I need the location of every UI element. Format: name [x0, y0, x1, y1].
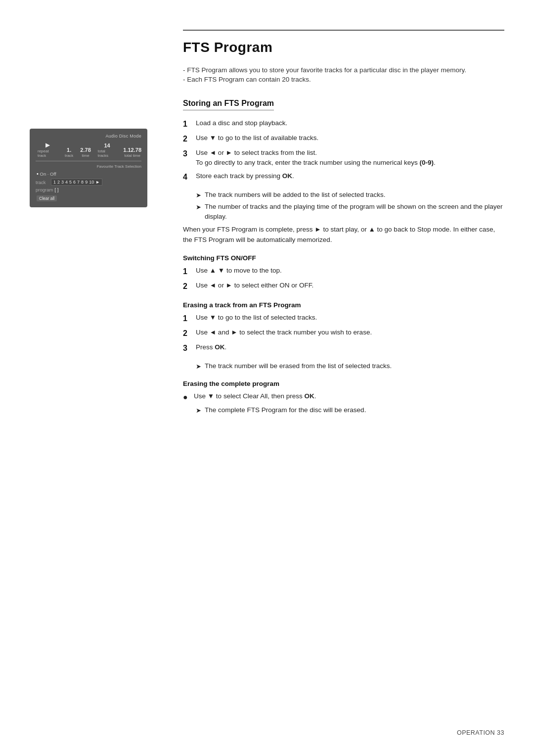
track-num-7: 7 — [77, 180, 80, 185]
right-column: FTS Program FTS Program allows you to st… — [168, 30, 504, 726]
step-num-3: 3 — [183, 148, 196, 168]
screen-program-value: [ ] — [54, 187, 58, 192]
intro-item-1: FTS Program allows you to store your fav… — [183, 66, 504, 74]
top-rule — [183, 30, 504, 31]
screen-program-row: program [ ] — [36, 187, 141, 192]
page-footer: OPERATION 33 — [457, 729, 504, 736]
storing-paragraph: When your FTS Program is complete, press… — [183, 224, 504, 245]
storing-arrow-2-text: The number of tracks and the playing tim… — [205, 202, 504, 222]
screen-time-col: 2.78 time — [80, 147, 90, 158]
storing-arrow-1-text: The track numbers will be added to the l… — [205, 190, 385, 200]
track-num-1: 1 — [53, 180, 56, 185]
step-num-2: 2 — [183, 133, 196, 145]
screen-time-val: 2.78 — [80, 147, 90, 153]
step-content-4: Store each track by pressing OK. — [196, 171, 504, 183]
screen-total-time-val: 1.12.78 — [123, 147, 141, 153]
step-content-1: Load a disc and stop playback. — [196, 118, 504, 130]
erasing-track-step-num-1: 1 — [183, 313, 196, 325]
step-num-1: 1 — [183, 118, 196, 130]
switching-step-num-2: 2 — [183, 281, 196, 292]
intro-item-2: Each FTS Program can contain 20 tracks. — [183, 76, 504, 83]
switching-step-content-1: Use ▲ ▼ to move to the top. — [196, 266, 504, 278]
screen-track-lbl: track — [65, 153, 73, 158]
screen-top-row: ▶ repeat track 1. track 2.78 time 14 tot… — [36, 142, 141, 158]
track-num-10: 10 — [89, 180, 94, 185]
track-num-2: 2 — [57, 180, 60, 185]
step-content-3: Use ◄ or ► to select tracks from the lis… — [196, 148, 504, 168]
erasing-track-step-content-3: Press OK. — [196, 342, 504, 354]
screen-repeat-lbl: repeat track — [38, 149, 58, 158]
erasing-program-section: Erasing the complete program ● Use ▼ to … — [183, 380, 504, 416]
page-title: FTS Program — [183, 40, 504, 55]
erasing-program-arrow-symbol: ➤ — [196, 405, 205, 416]
switching-step-2: 2 Use ◄ or ► to select either ON or OFF. — [183, 281, 504, 292]
storing-arrow-1: ➤ The track numbers will be added to the… — [183, 190, 504, 200]
screen-track-row: track 1 2 3 4 5 6 7 8 9 10 ► — [36, 179, 141, 186]
step-3-sub: To go directly to any track, enter the t… — [196, 159, 436, 166]
erasing-track-arrow: ➤ The track number will be erased from t… — [183, 361, 504, 372]
erasing-track-step-2: 2 Use ◄ and ► to select the track number… — [183, 328, 504, 339]
erasing-track-step-content-1: Use ▼ to go to the list of selected trac… — [196, 313, 504, 325]
erasing-track-step-content-2: Use ◄ and ► to select the track number y… — [196, 328, 504, 339]
screen-total-time-col: 1.12.78 total time — [123, 147, 141, 158]
track-num-5: 5 — [69, 180, 72, 185]
storing-step-1: 1 Load a disc and stop playback. — [183, 118, 504, 130]
on-dot: • — [37, 171, 39, 177]
screen-clear-btn: Clear all — [37, 195, 57, 201]
erasing-track-step-1: 1 Use ▼ to go to the list of selected tr… — [183, 313, 504, 325]
step-num-4: 4 — [183, 171, 196, 183]
screen-track-row-label: track — [36, 180, 49, 185]
storing-step-4: 4 Store each track by pressing OK. — [183, 171, 504, 183]
storing-section-title: Storing an FTS Program — [183, 99, 274, 110]
screen-track-col: 1. track — [65, 147, 73, 158]
switching-steps-list: 1 Use ▲ ▼ to move to the top. 2 Use ◄ or… — [183, 266, 504, 292]
circle-symbol: ● — [183, 391, 194, 403]
screen-on-off: • On · Off — [36, 171, 141, 177]
screen-mock: Audio Disc Mode ▶ repeat track 1. track … — [30, 129, 147, 207]
erasing-program-arrow-text: The complete FTS Program for the disc wi… — [205, 405, 366, 415]
switching-step-1: 1 Use ▲ ▼ to move to the top. — [183, 266, 504, 278]
erasing-track-steps-list: 1 Use ▼ to go to the list of selected tr… — [183, 313, 504, 354]
screen-divider-1 — [36, 161, 141, 161]
screen-total-time-lbl: total time — [124, 153, 140, 158]
intro-list: FTS Program allows you to store your fav… — [183, 66, 504, 83]
screen-top-label: Audio Disc Mode — [36, 134, 141, 139]
storing-steps-list: 1 Load a disc and stop playback. 2 Use ▼… — [183, 118, 504, 183]
storing-step-2: 2 Use ▼ to go to the list of available t… — [183, 133, 504, 145]
arrow-symbol-1: ➤ — [196, 190, 205, 200]
track-num-3: 3 — [61, 180, 64, 185]
track-num-more: ► — [95, 180, 100, 185]
switching-section: Switching FTS ON/OFF 1 Use ▲ ▼ to move t… — [183, 254, 504, 292]
erasing-track-arrow-text: The track number will be erased from the… — [205, 361, 392, 371]
erasing-program-arrow: ➤ The complete FTS Program for the disc … — [183, 405, 504, 416]
screen-track-numbers: 1 2 3 4 5 6 7 8 9 10 ► — [51, 179, 102, 186]
track-num-4: 4 — [65, 180, 68, 185]
track-num-9: 9 — [85, 180, 88, 185]
erasing-track-arrow-symbol: ➤ — [196, 361, 205, 372]
screen-total-tracks-val: 14 — [104, 142, 110, 148]
screen-time-lbl: time — [82, 153, 89, 158]
erasing-track-section: Erasing a track from an FTS Program 1 Us… — [183, 301, 504, 372]
erasing-track-section-title: Erasing a track from an FTS Program — [183, 301, 504, 309]
erasing-track-step-num-3: 3 — [183, 342, 196, 354]
screen-total-tracks-col: 14 total tracks — [98, 142, 117, 158]
erasing-program-section-title: Erasing the complete program — [183, 380, 504, 387]
step-content-2: Use ▼ to go to the list of available tra… — [196, 133, 504, 145]
erasing-track-step-num-2: 2 — [183, 328, 196, 339]
screen-track-val: 1. — [67, 147, 71, 153]
storing-step-3: 3 Use ◄ or ► to select tracks from the l… — [183, 148, 504, 168]
left-column: Audio Disc Mode ▶ repeat track 1. track … — [30, 30, 168, 726]
arrow-symbol-2: ➤ — [196, 202, 205, 212]
erasing-program-bullet: ● Use ▼ to select Clear All, then press … — [183, 391, 504, 403]
switching-step-num-1: 1 — [183, 266, 196, 278]
track-num-8: 8 — [81, 180, 84, 185]
screen-clear-area: Clear all — [36, 194, 141, 201]
play-icon: ▶ — [45, 142, 50, 148]
switching-step-content-2: Use ◄ or ► to select either ON or OFF. — [196, 281, 504, 292]
erasing-program-bullet-text: Use ▼ to select Clear All, then press OK… — [194, 391, 316, 401]
screen-fav-label: Favourite Track Selection — [36, 164, 141, 169]
screen-program-label: program — [36, 187, 53, 192]
erasing-track-step-3: 3 Press OK. — [183, 342, 504, 354]
storing-arrow-2: ➤ The number of tracks and the playing t… — [183, 202, 504, 222]
screen-total-tracks-lbl: total tracks — [98, 149, 117, 158]
